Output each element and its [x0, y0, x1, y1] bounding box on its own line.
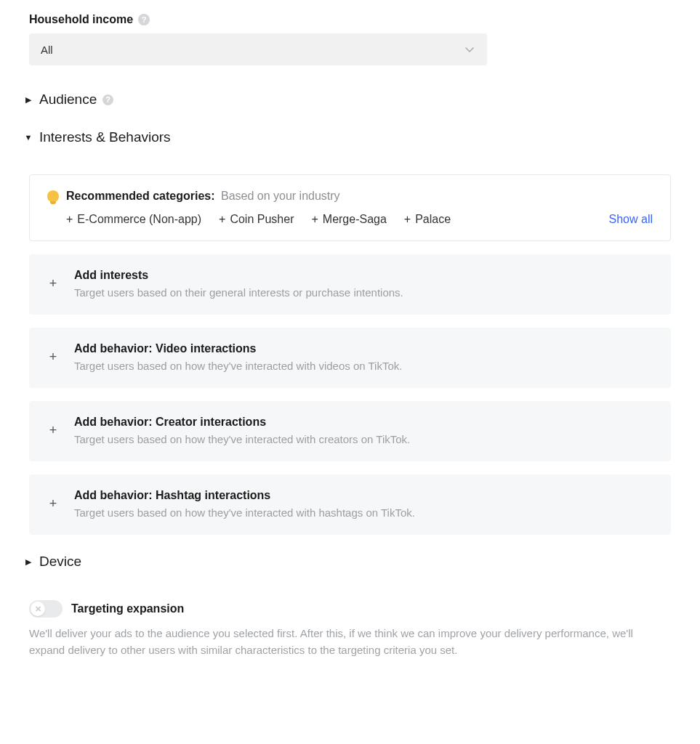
recommended-chip[interactable]: +Merge-Saga — [311, 213, 386, 226]
add-creator-interactions-card[interactable]: + Add behavior: Creator interactions Tar… — [29, 401, 671, 461]
add-card-desc: Target users based on how they've intera… — [74, 360, 402, 372]
targeting-expansion-desc: We'll deliver your ads to the audience y… — [29, 625, 671, 659]
add-card-title: Add behavior: Video interactions — [74, 342, 402, 355]
lightbulb-icon — [47, 190, 59, 202]
add-hashtag-interactions-card[interactable]: + Add behavior: Hashtag interactions Tar… — [29, 474, 671, 535]
add-card-desc: Target users based on their general inte… — [74, 286, 403, 299]
interests-title: Interests & Behaviors — [39, 129, 171, 145]
chevron-down-icon — [464, 44, 475, 55]
recommended-categories-box: Recommended categories: Based on your in… — [29, 174, 671, 241]
plus-icon: + — [48, 349, 58, 365]
add-card-desc: Target users based on how they've intera… — [74, 433, 410, 445]
caret-right-icon: ▶ — [23, 95, 33, 105]
recommended-chip[interactable]: +Palace — [404, 213, 451, 226]
add-card-title: Add behavior: Hashtag interactions — [74, 489, 415, 502]
accordion-device[interactable]: ▶ Device — [23, 554, 671, 570]
recommended-subtitle: Based on your industry — [221, 190, 340, 202]
plus-icon: + — [48, 276, 58, 291]
device-title: Device — [39, 554, 81, 570]
targeting-expansion-title: Targeting expansion — [71, 602, 184, 615]
recommended-chip[interactable]: +E-Commerce (Non-app) — [66, 213, 201, 226]
show-all-link[interactable]: Show all — [609, 213, 653, 226]
accordion-audience[interactable]: ▶ Audience ? — [23, 92, 671, 108]
caret-down-icon: ▼ — [23, 133, 33, 142]
help-icon[interactable]: ? — [102, 94, 113, 105]
accordion-interests[interactable]: ▼ Interests & Behaviors — [23, 129, 671, 145]
plus-icon: + — [48, 423, 58, 438]
add-card-desc: Target users based on how they've intera… — [74, 506, 415, 519]
caret-right-icon: ▶ — [23, 557, 33, 567]
household-income-select[interactable]: All — [29, 33, 487, 65]
add-card-title: Add interests — [74, 269, 403, 282]
add-video-interactions-card[interactable]: + Add behavior: Video interactions Targe… — [29, 328, 671, 388]
close-icon: ✕ — [35, 604, 41, 614]
add-card-title: Add behavior: Creator interactions — [74, 416, 410, 429]
plus-icon: + — [404, 213, 411, 226]
household-income-value: All — [41, 44, 53, 56]
targeting-expansion-toggle[interactable]: ✕ — [29, 600, 63, 618]
recommended-chip[interactable]: +Coin Pusher — [219, 213, 294, 226]
help-icon[interactable]: ? — [138, 14, 150, 25]
plus-icon: + — [311, 213, 318, 226]
add-interests-card[interactable]: + Add interests Target users based on th… — [29, 254, 671, 315]
audience-title: Audience — [39, 92, 97, 108]
plus-icon: + — [66, 213, 73, 226]
household-income-label: Household income — [29, 13, 133, 26]
recommended-title: Recommended categories: — [66, 190, 215, 202]
plus-icon: + — [219, 213, 225, 226]
plus-icon: + — [48, 496, 58, 512]
toggle-knob: ✕ — [31, 602, 45, 616]
